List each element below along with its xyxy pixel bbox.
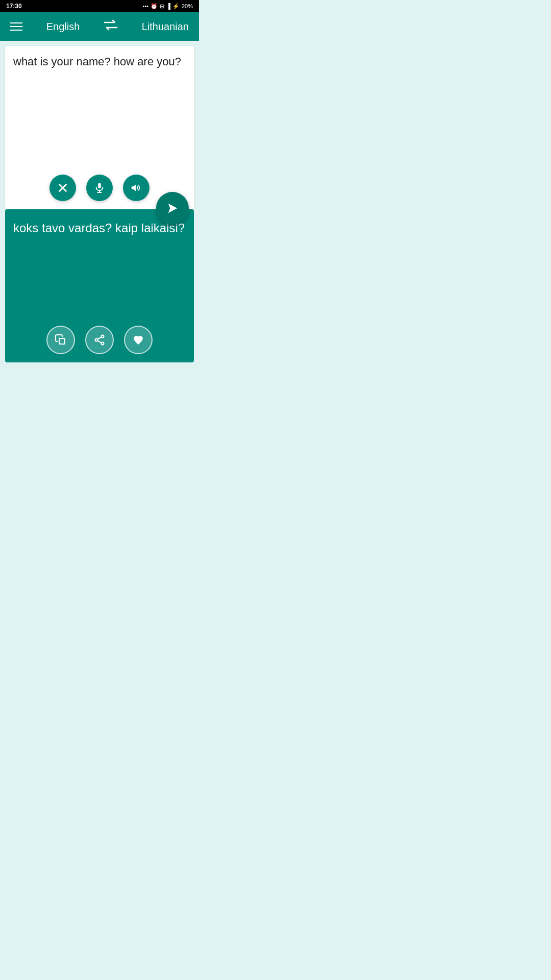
input-section bbox=[5, 46, 194, 209]
copy-button[interactable] bbox=[46, 326, 75, 354]
output-actions bbox=[5, 326, 194, 354]
translate-button[interactable] bbox=[156, 192, 189, 225]
share-icon bbox=[93, 334, 106, 346]
menu-button[interactable] bbox=[10, 22, 22, 31]
svg-line-12 bbox=[97, 340, 101, 342]
share-button[interactable] bbox=[85, 326, 114, 354]
signal-icon: ▐ bbox=[166, 3, 170, 9]
svg-line-11 bbox=[97, 337, 101, 339]
heart-icon bbox=[132, 334, 144, 346]
alarm-icon: ⏰ bbox=[151, 3, 158, 10]
status-bar: 17:30 ••• ⏰ ⊞ ▐ ⚡ 20% bbox=[0, 0, 199, 12]
microphone-button[interactable] bbox=[86, 175, 113, 201]
svg-marker-5 bbox=[132, 185, 136, 191]
svg-rect-2 bbox=[98, 183, 101, 188]
menu-line-2 bbox=[10, 26, 22, 27]
x-icon bbox=[57, 182, 68, 193]
svg-marker-6 bbox=[168, 204, 178, 213]
status-icons: ••• ⏰ ⊞ ▐ ⚡ 20% bbox=[143, 3, 193, 10]
swap-languages-button[interactable] bbox=[104, 19, 118, 34]
clear-button[interactable] bbox=[49, 175, 76, 201]
microphone-icon bbox=[94, 182, 105, 193]
menu-line-3 bbox=[10, 30, 22, 31]
copy-icon bbox=[55, 334, 67, 346]
speaker-icon bbox=[131, 182, 142, 193]
source-text-input[interactable] bbox=[13, 54, 186, 156]
output-section: koks tavo vardas? kaip laikaisi? bbox=[5, 209, 194, 362]
dots-icon: ••• bbox=[143, 3, 149, 9]
send-icon bbox=[165, 201, 180, 215]
battery-text: 20% bbox=[182, 3, 193, 9]
menu-line-1 bbox=[10, 22, 22, 23]
translated-text: koks tavo vardas? kaip laikaisi? bbox=[13, 219, 186, 237]
favorite-button[interactable] bbox=[124, 326, 153, 354]
target-language-button[interactable]: Lithuanian bbox=[142, 21, 189, 33]
source-language-button[interactable]: English bbox=[46, 21, 80, 33]
speak-button[interactable] bbox=[123, 175, 149, 201]
status-time: 17:30 bbox=[6, 3, 22, 10]
header: English Lithuanian bbox=[0, 12, 199, 41]
sim-icon: ⊞ bbox=[160, 3, 164, 10]
svg-rect-7 bbox=[59, 338, 65, 344]
bolt-icon: ⚡ bbox=[172, 3, 180, 10]
